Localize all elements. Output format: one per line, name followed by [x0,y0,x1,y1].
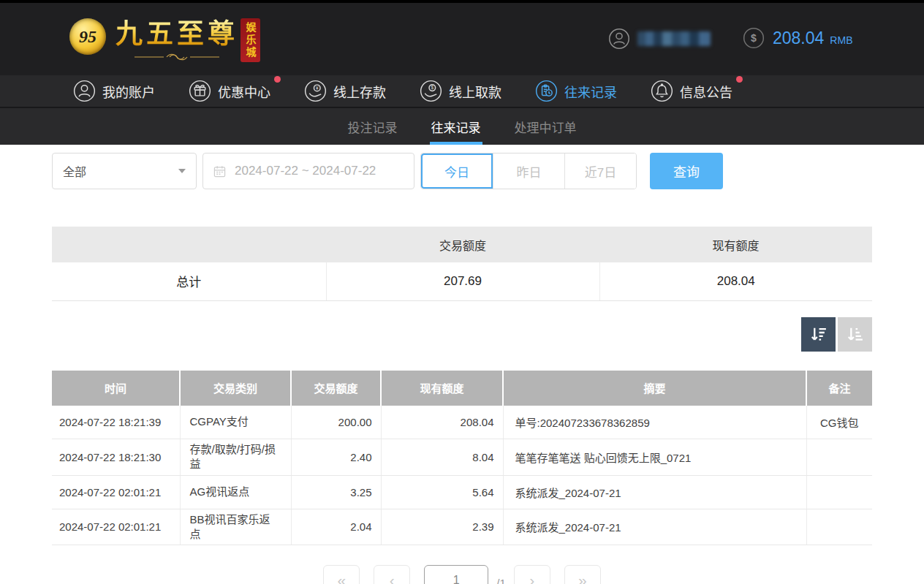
column-header-amount: 交易额度 [291,371,381,406]
table-header-row: 时间 交易类别 交易额度 现有额度 摘要 备注 [52,371,872,406]
cell-amount: 3.25 [291,475,381,509]
nav-label: 线上取款 [449,82,501,101]
sort-ascending-button[interactable] [838,317,872,352]
tab-label: 处理中订单 [515,118,577,136]
tab-label: 投注记录 [348,118,398,136]
cell-time: 2024-07-22 18:21:39 [52,406,180,439]
quick-range-last7days[interactable]: 近7日 [564,153,636,189]
table-row: 2024-07-22 18:21:39 CGPAY支付 200.00 208.0… [52,406,872,439]
cell-amount: 2.04 [291,509,381,545]
date-range-input[interactable]: 2024-07-22 ~ 2024-07-22 [202,153,414,189]
cell-summary: 笔笔存笔笔送 贴心回馈无上限_0721 [503,439,806,476]
summary-total-row: 总计 207.69 208.04 [52,262,872,300]
cell-remark: CG钱包 [806,406,872,439]
nav-item-announcements[interactable]: 信息公告 [651,80,732,102]
calendar-icon [213,165,226,178]
column-header-balance: 现有额度 [381,371,503,406]
cell-balance: 5.64 [381,475,503,509]
cell-time: 2024-07-22 02:01:21 [52,475,180,509]
nav-label: 线上存款 [333,82,386,101]
svg-text:$: $ [751,32,757,44]
nav-label: 往来记录 [564,82,617,101]
user-icon [73,80,96,102]
column-header-type: 交易类别 [180,371,291,406]
quick-range-yesterday[interactable]: 昨日 [493,153,564,189]
cell-summary: 系统派发_2024-07-21 [503,509,806,545]
deposit-icon: ¥ [304,80,327,102]
page: 95 九五至尊 娱乐城 [0,0,924,584]
avatar-icon [608,28,630,50]
logo-text: 九五至尊 [116,12,238,61]
summary-table: 交易额度 现有额度 总计 207.69 208.04 [52,227,872,301]
category-selected-value: 全部 [63,162,86,180]
cell-summary: 系统派发_2024-07-21 [503,475,806,509]
nav-item-online-withdrawal[interactable]: $ 线上取款 [420,80,501,102]
pagination-first-button[interactable]: « [323,565,360,584]
cell-amount: 200.00 [291,406,381,439]
summary-total-label: 总计 [52,262,326,300]
category-select[interactable]: 全部 [52,153,197,189]
summary-header-transaction: 交易额度 [326,227,599,262]
content: 全部 2024-07-22 ~ 2024-07-22 今日 [52,153,872,584]
column-header-time: 时间 [52,371,180,406]
cell-remark [806,439,872,476]
tab-betting-records[interactable]: 投注记录 [346,108,399,145]
pagination-next-button[interactable]: › [514,565,550,584]
cell-type: CGPAY支付 [180,406,291,439]
nav-item-transaction-records[interactable]: 往来记录 [535,80,617,102]
logo-badge: 娱乐城 [241,18,260,62]
balance-currency: RMB [830,31,852,46]
cell-amount: 2.40 [291,439,381,476]
records-icon [535,80,558,102]
search-button[interactable]: 查询 [650,153,723,189]
quick-range-label: 今日 [444,162,469,181]
pagination-total-pages: /1 [496,565,506,584]
quick-range-today[interactable]: 今日 [421,153,493,189]
cell-balance: 8.04 [381,439,503,476]
pagination: « ‹ /1 › » [52,565,872,584]
site-logo[interactable]: 95 九五至尊 娱乐城 [69,12,260,62]
nav-item-promotions[interactable]: 优惠中心 [189,80,270,102]
summary-total-transaction: 207.69 [326,262,599,300]
cell-type: AG视讯返点 [180,475,291,509]
gift-icon [189,80,211,102]
logo-flourish-ornament [133,53,221,61]
quick-range-label: 近7日 [585,162,616,181]
site-header: 95 九五至尊 娱乐城 [0,0,924,75]
sort-asc-icon [845,325,865,344]
table-row: 2024-07-22 18:21:30 存款/取款/打码/损益 2.40 8.0… [52,439,872,476]
notification-dot [274,76,281,83]
sort-desc-icon [808,325,828,344]
nav-item-my-account[interactable]: 我的账户 [73,80,155,102]
cell-type: 存款/取款/打码/损益 [180,439,291,476]
withdraw-icon: $ [420,80,442,102]
sort-descending-button[interactable] [801,317,836,352]
nav-label: 信息公告 [680,82,732,101]
pagination-prev-button[interactable]: ‹ [374,565,410,584]
user-account[interactable] [608,28,711,50]
cell-type: BB视讯百家乐返点 [180,509,291,545]
balance[interactable]: $ 208.04 RMB [743,27,852,49]
sort-controls [52,317,872,352]
username-redacted [637,31,711,46]
cell-balance: 208.04 [381,406,503,439]
pagination-page-input[interactable] [424,565,488,584]
date-range-value: 2024-07-22 ~ 2024-07-22 [235,164,376,178]
bell-icon [651,80,673,102]
quick-range-label: 昨日 [517,162,542,181]
tab-transaction-records[interactable]: 往来记录 [430,108,482,145]
record-tabs: 投注记录 往来记录 处理中订单 [0,108,924,145]
nav-label: 优惠中心 [218,82,270,101]
logo-title: 九五至尊 [116,18,238,51]
tab-label: 往来记录 [431,118,481,136]
dollar-icon: $ [743,27,765,49]
filter-row: 全部 2024-07-22 ~ 2024-07-22 今日 [52,153,872,189]
nav-item-online-deposit[interactable]: ¥ 线上存款 [304,80,386,102]
logo-monogram: 95 [79,27,96,47]
svg-text:¥: ¥ [316,86,319,91]
cell-remark [806,509,872,545]
cell-time: 2024-07-22 18:21:30 [52,439,180,476]
tab-processing-orders[interactable]: 处理中订单 [513,108,578,145]
pagination-last-button[interactable]: » [564,565,601,584]
summary-header-row: 交易额度 现有额度 [52,227,872,262]
